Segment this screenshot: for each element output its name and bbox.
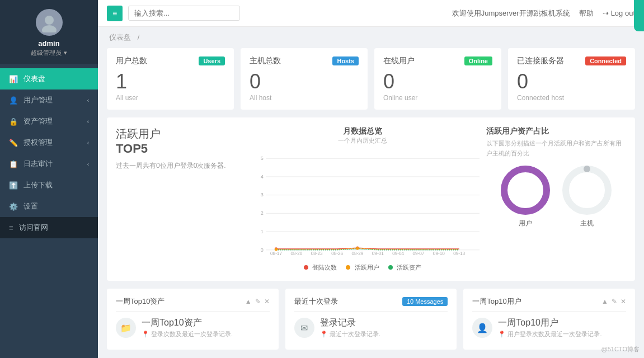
stat-card-title: 用户总数	[116, 56, 147, 66]
stat-sub-users: All user	[116, 94, 225, 102]
bottom-card-title: 一周Top10资产	[116, 296, 164, 307]
arrow-up-icon[interactable]: ▲	[601, 298, 608, 305]
stat-badge-online: Online	[464, 56, 492, 65]
svg-text:5: 5	[261, 156, 264, 161]
watermark: @51CTO博客	[601, 345, 640, 354]
svg-text:09-13: 09-13	[453, 251, 465, 256]
search-input[interactable]	[128, 6, 240, 21]
bottom-card-actions: ▲ ✎ ✕	[245, 298, 270, 305]
pie-label-users: 用户	[519, 219, 532, 228]
bottom-card-title: 一周Top10用户	[472, 296, 521, 307]
content: 仪表盘 / 用户总数 Users 1 All user 主机总数 Hosts 0…	[98, 27, 644, 358]
breadcrumb-item: 仪表盘	[109, 33, 131, 41]
stat-card-header: 用户总数 Users	[116, 56, 225, 66]
menu-button[interactable]: ≡	[107, 6, 123, 21]
stat-number-users: 1	[116, 72, 225, 92]
chevron-right-icon: ‹	[87, 97, 89, 103]
stat-number-hosts: 0	[250, 72, 359, 92]
svg-point-1	[42, 25, 57, 32]
sidebar-item-user-mgmt[interactable]: 👤 用户管理 ‹	[0, 90, 98, 111]
green-orb	[634, 0, 644, 31]
sidebar-item-visit-website[interactable]: ≡ 访问官网	[0, 217, 98, 238]
svg-text:09-01: 09-01	[372, 251, 384, 256]
sidebar-item-asset-mgmt[interactable]: 🔒 资产管理 ‹	[0, 111, 98, 132]
chevron-right-icon: ‹	[87, 140, 89, 146]
welcome-text: 欢迎使用Jumpserver开源跳板机系统	[452, 8, 570, 18]
stat-card-header: 主机总数 Hosts	[250, 56, 359, 66]
stat-cards: 用户总数 Users 1 All user 主机总数 Hosts 0 All h…	[107, 48, 635, 110]
sidebar-item-label: 访问官网	[19, 223, 48, 233]
stat-card-title: 已连接服务器	[517, 56, 564, 66]
help-link[interactable]: 帮助	[579, 8, 594, 18]
sidebar-role[interactable]: 超级管理员	[31, 49, 67, 57]
active-users-panel: 活跃用户 TOP5 过去一周共有0位用户登录0次服务器.	[116, 126, 239, 272]
upload-icon: ⬆️	[9, 181, 18, 190]
sidebar-item-dashboard[interactable]: 📊 仪表盘	[0, 68, 98, 90]
stat-card-header: 已连接服务器 Connected	[517, 56, 626, 66]
edit-action-icon[interactable]: ✎	[255, 298, 261, 305]
sidebar-nav: 📊 仪表盘 👤 用户管理 ‹ 🔒 资产管理 ‹ ✏️ 授权管理 ‹ 📋 日志审计…	[0, 68, 98, 358]
bottom-card-title: 最近十次登录	[294, 296, 338, 307]
stat-card-title: 在线用户	[383, 56, 415, 66]
close-action-icon[interactable]: ✕	[621, 298, 626, 305]
bottom-card-top10-users: 一周Top10用户 ▲ ✎ ✕ 👤 一周Top10用户 📍 用户登录次数及最近一…	[463, 289, 635, 350]
bottom-card-header: 一周Top10资产 ▲ ✎ ✕	[116, 296, 270, 312]
svg-text:0: 0	[261, 247, 264, 253]
sidebar-item-label: 上传下载	[23, 180, 53, 190]
chevron-right-icon: ‹	[87, 161, 89, 167]
bottom-section: 一周Top10资产 ▲ ✎ ✕ 📁 一周Top10资产 📍 登录次数及最近一次登…	[107, 289, 635, 350]
dashboard-icon: 📊	[9, 75, 18, 83]
sidebar-item-label: 仪表盘	[23, 74, 45, 84]
stat-sub-hosts: All host	[250, 94, 359, 102]
chart-panel: 月数据总览 一个月内历史汇总 5 4 3	[246, 126, 480, 272]
person-icon: 👤	[472, 318, 492, 338]
avatar	[36, 9, 63, 36]
lock-icon: 🔒	[9, 117, 18, 126]
sidebar-item-settings[interactable]: ⚙️ 设置	[0, 196, 98, 217]
stat-sub-connected: Connected host	[517, 94, 626, 102]
bottom-card-header: 一周Top10用户 ▲ ✎ ✕	[472, 296, 626, 312]
bottom-section-title: 一周Top10资产	[142, 317, 233, 329]
bottom-section-sub: 📍 用户登录次数及最近一次登录记录.	[498, 330, 601, 338]
pie-item-users: 用户	[500, 165, 551, 228]
svg-text:09-10: 09-10	[433, 251, 445, 256]
edit-icon: ✏️	[9, 139, 18, 147]
logout-button[interactable]: ⇢ Log out	[603, 9, 635, 17]
bottom-icon-row: ✉ 登录记录 📍 最近十次登录记录.	[294, 317, 448, 338]
svg-text:09-07: 09-07	[413, 251, 425, 256]
edit-action-icon[interactable]: ✎	[612, 298, 617, 305]
bottom-icon-row: 📁 一周Top10资产 📍 登录次数及最近一次登录记录.	[116, 317, 270, 338]
breadcrumb: 仪表盘 /	[107, 32, 635, 43]
bottom-section-sub: 📍 最近十次登录记录.	[320, 330, 380, 338]
stat-card-hosts: 主机总数 Hosts 0 All host	[241, 48, 368, 110]
active-users-top5: TOP5	[116, 142, 239, 156]
svg-text:08-20: 08-20	[290, 251, 302, 256]
stat-card-header: 在线用户 Online	[383, 56, 492, 66]
logout-icon: ⇢	[603, 9, 609, 17]
stat-card-online: 在线用户 Online 0 Online user	[374, 48, 501, 110]
sidebar-item-upload[interactable]: ⬆️ 上传下载	[0, 175, 98, 196]
legend-item-assets: 活跃资产	[388, 263, 421, 272]
svg-text:2: 2	[261, 210, 264, 216]
stat-badge-hosts: Hosts	[332, 56, 359, 65]
legend-dot-logins	[304, 265, 308, 270]
svg-text:1: 1	[261, 229, 264, 234]
svg-point-27	[356, 247, 359, 249]
arrow-up-icon[interactable]: ▲	[245, 298, 252, 305]
bottom-section-sub: 📍 登录次数及最近一次登录记录.	[142, 330, 233, 338]
close-action-icon[interactable]: ✕	[264, 298, 270, 305]
mail-icon: ✉	[294, 318, 314, 338]
legend-dot-assets	[388, 265, 393, 270]
clipboard-icon: 📋	[9, 160, 18, 168]
chevron-right-icon: ‹	[87, 119, 89, 125]
legend-dot-users	[346, 265, 350, 270]
bottom-section-title: 一周Top10用户	[498, 317, 601, 329]
bottom-card-header: 最近十次登录 10 Messages	[294, 296, 448, 312]
menu-icon: ≡	[9, 224, 13, 232]
sidebar-item-audit-log[interactable]: 📋 日志审计 ‹	[0, 153, 98, 175]
svg-point-30	[511, 176, 540, 205]
active-users-desc: 过去一周共有0位用户登录0次服务器.	[116, 161, 239, 171]
sidebar-item-perm-mgmt[interactable]: ✏️ 授权管理 ‹	[0, 132, 98, 153]
active-users-title: 活跃用户	[116, 126, 239, 142]
stat-number-connected: 0	[517, 72, 626, 92]
